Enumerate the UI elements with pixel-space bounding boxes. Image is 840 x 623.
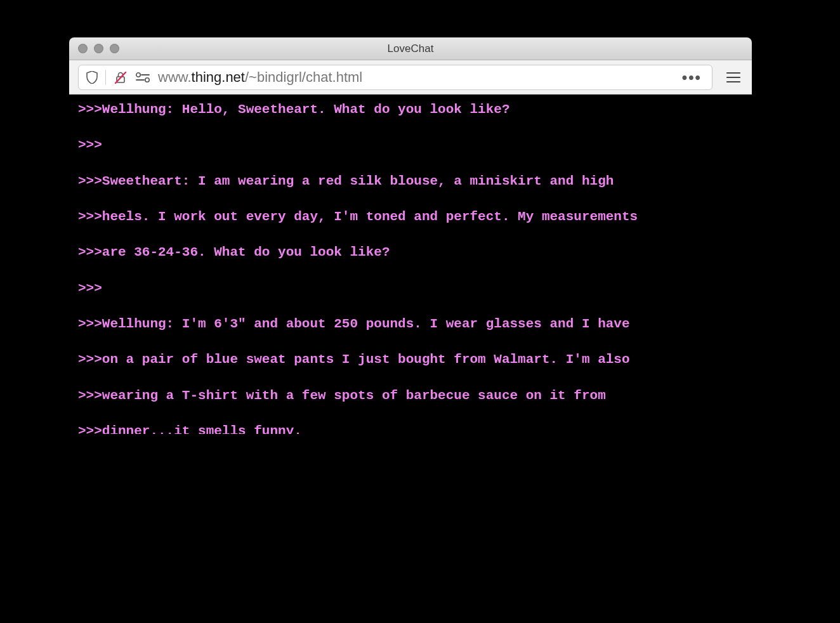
chat-line: >>>	[78, 136, 743, 154]
url-prefix: www.	[158, 69, 192, 85]
chat-line: >>>	[78, 280, 743, 298]
page-actions-icon[interactable]: •••	[682, 70, 704, 85]
url-path: /~bindigrl/chat.html	[245, 69, 362, 85]
chat-line: >>>Wellhung: I'm 6'3" and about 250 poun…	[78, 315, 743, 333]
browser-toolbar: www.thing.net/~bindigrl/chat.html •••	[69, 60, 752, 95]
chat-line: >>>on a pair of blue sweat pants I just …	[78, 351, 743, 369]
chat-line: >>>dinner...it smells funny.	[78, 423, 743, 434]
menu-button[interactable]	[721, 65, 745, 89]
svg-point-4	[145, 77, 149, 81]
close-button[interactable]	[78, 44, 88, 53]
chat-line: >>>are 36-24-36. What do you look like?	[78, 244, 743, 261]
url-domain: thing.net	[192, 69, 245, 85]
page-content: >>>Wellhung: Hello, Sweetheart. What do …	[69, 95, 752, 499]
window-title: LoveChat	[69, 43, 752, 55]
chat-line: >>>heels. I work out every day, I'm tone…	[78, 208, 743, 226]
traffic-lights	[69, 44, 119, 53]
maximize-button[interactable]	[110, 44, 119, 53]
address-bar-container: www.thing.net/~bindigrl/chat.html •••	[78, 65, 712, 90]
browser-window: LoveChat	[69, 37, 752, 499]
chat-line: >>>Wellhung: Hello, Sweetheart. What do …	[78, 101, 743, 119]
titlebar[interactable]: LoveChat	[69, 37, 752, 60]
chat-line: >>>wearing a T-shirt with a few spots of…	[78, 387, 743, 405]
chat-line: >>>Sweetheart: I am wearing a red silk b…	[78, 173, 743, 190]
toolbar-divider	[105, 70, 106, 85]
tracking-protection-icon[interactable]	[86, 71, 98, 84]
permissions-icon[interactable]	[135, 72, 150, 83]
minimize-button[interactable]	[94, 44, 103, 53]
insecure-connection-icon[interactable]	[114, 70, 128, 84]
svg-point-2	[136, 72, 140, 76]
url-display[interactable]: www.thing.net/~bindigrl/chat.html	[158, 69, 674, 86]
